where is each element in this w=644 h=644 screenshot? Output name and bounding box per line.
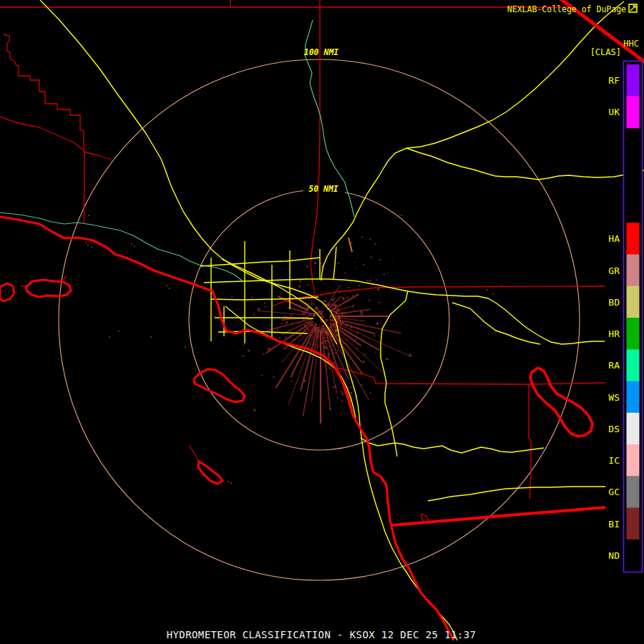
echo-speck <box>294 339 296 341</box>
echo-speck <box>316 327 318 329</box>
echo-speck <box>326 331 328 333</box>
echo-speck <box>301 323 302 323</box>
echo-speck <box>364 353 366 355</box>
echo-speck <box>327 340 329 342</box>
echo-speck <box>346 321 348 323</box>
legend-swatch-hr <box>627 318 640 350</box>
echo-speck <box>336 308 338 311</box>
echo-speck <box>277 328 278 329</box>
echo-speck <box>355 339 356 341</box>
legend-label-ha: HA <box>608 233 620 244</box>
echo-speck <box>351 242 352 243</box>
legend-swatch-bi <box>627 508 640 540</box>
echo-speck <box>346 381 347 382</box>
echo-speck <box>353 336 353 336</box>
echo-speck <box>360 311 362 313</box>
echo-speck <box>331 338 333 341</box>
echo-speck <box>257 282 258 283</box>
echo-speck <box>264 303 265 304</box>
echo-speck <box>333 353 334 354</box>
echo-speck <box>291 315 292 316</box>
echo-speck <box>346 295 346 296</box>
legend-label-ws: WS <box>608 392 620 403</box>
echo-speck <box>336 311 338 313</box>
echo-speck <box>351 384 352 384</box>
echo-speck <box>340 323 341 324</box>
echo-speck <box>235 380 235 381</box>
echo-speck <box>297 351 298 351</box>
echo-speck <box>298 322 299 323</box>
echo-speck <box>401 323 401 324</box>
echo-speck <box>87 244 89 245</box>
product-code-label: HHC <box>623 39 639 49</box>
echo-speck <box>253 314 255 316</box>
echo-speck <box>279 296 280 297</box>
echo-speck <box>313 303 314 304</box>
outer-ring-label: 100 NMI <box>304 47 339 57</box>
echo-speck <box>369 238 371 240</box>
echo-speck <box>487 289 488 291</box>
echo-speck <box>313 343 314 345</box>
legend-swatch-gc <box>627 476 640 508</box>
echo-speck <box>342 321 344 323</box>
echo-speck <box>291 323 293 324</box>
echo-speck <box>348 286 349 287</box>
echo-speck <box>265 306 266 307</box>
echo-speck <box>290 316 291 316</box>
echo-speck <box>253 409 255 411</box>
echo-speck <box>326 319 328 321</box>
echo-speck <box>366 280 368 281</box>
echo-speck <box>386 358 389 360</box>
echo-speck <box>243 344 245 346</box>
echo-speck <box>375 243 376 245</box>
echo-speck <box>302 299 303 300</box>
echo-speck <box>255 301 256 302</box>
echo-speck <box>341 313 342 313</box>
echo-speck <box>306 265 308 268</box>
echo-speck <box>380 322 381 323</box>
echo-speck <box>261 375 263 376</box>
echo-speck <box>301 340 301 341</box>
echo-speck <box>293 301 293 301</box>
echo-speck <box>343 342 345 344</box>
echo-speck <box>307 322 308 323</box>
echo-speck <box>308 284 309 286</box>
echo-speck <box>361 236 363 238</box>
echo-speck <box>343 312 345 314</box>
echo-speck <box>233 301 234 301</box>
echo-speck <box>286 285 287 286</box>
echo-speck <box>343 412 344 413</box>
echo-speck <box>343 299 345 301</box>
echo-speck <box>258 308 260 311</box>
echo-speck <box>393 290 394 291</box>
echo-speck <box>341 392 343 394</box>
echo-speck <box>384 273 385 275</box>
product-tag-label: [CLAS] <box>590 47 621 57</box>
echo-speck <box>334 306 336 308</box>
echo-speck <box>333 386 334 388</box>
echo-speck <box>118 331 119 332</box>
echo-speck <box>333 362 334 363</box>
echo-speck <box>331 306 332 307</box>
echo-speck <box>248 349 250 351</box>
legend-label-bd: BD <box>608 297 620 308</box>
echo-speck <box>377 288 379 291</box>
echo-speck <box>350 282 351 283</box>
echo-speck <box>289 330 291 331</box>
echo-speck <box>313 329 316 331</box>
echo-speck <box>285 323 286 324</box>
echo-speck <box>324 332 326 333</box>
legend-swatch-rf <box>627 64 640 97</box>
echo-speck <box>379 293 380 293</box>
echo-speck <box>237 308 238 309</box>
legend-label-uk: UK <box>608 107 620 117</box>
echo-speck <box>350 387 351 389</box>
echo-speck <box>298 286 301 288</box>
echo-speck <box>313 326 316 328</box>
echo-speck <box>323 325 325 327</box>
echo-speck <box>492 293 494 295</box>
echo-speck <box>230 482 232 484</box>
echo-speck <box>333 369 333 370</box>
echo-speck <box>263 353 265 355</box>
echo-speck <box>396 291 397 291</box>
